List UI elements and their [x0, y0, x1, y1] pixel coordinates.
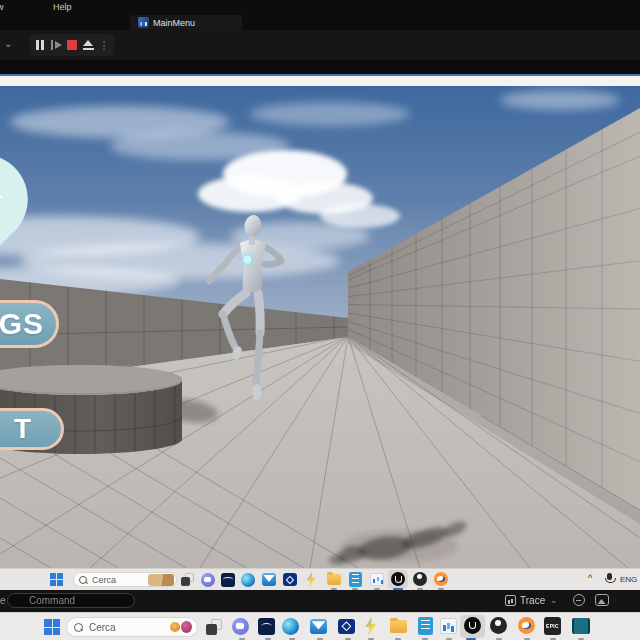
disney-plus-icon[interactable] [258, 618, 275, 635]
mail-icon[interactable] [310, 619, 327, 634]
trace-icon [505, 595, 516, 606]
editor-menubar: w Help [0, 0, 640, 14]
revision-control-icon[interactable] [573, 594, 585, 606]
search-icon [74, 623, 83, 632]
kebab-icon: ⋮ [99, 40, 110, 51]
tab-mainmenu[interactable]: MainMenu [130, 15, 242, 30]
unreal-engine-icon[interactable] [464, 617, 481, 634]
inner-taskbar: ^ ENG [0, 568, 640, 590]
lightning-icon[interactable] [304, 572, 318, 587]
chevron-down-icon[interactable]: ⌄ [4, 39, 12, 49]
edge-icon[interactable] [282, 618, 299, 635]
running-indicator [317, 638, 323, 640]
blender-icon[interactable] [434, 572, 448, 586]
game-viewport[interactable]: A [0, 86, 640, 568]
running-indicator [239, 638, 245, 640]
running-indicator [446, 638, 452, 640]
mail-icon[interactable] [262, 573, 276, 586]
running-indicator [422, 638, 428, 640]
task-manager-icon[interactable] [370, 573, 384, 586]
start-button[interactable] [50, 573, 63, 586]
viewport-top-strip [0, 76, 640, 86]
chat-icon[interactable] [201, 573, 215, 587]
search-icon [79, 576, 87, 584]
derived-data-icon[interactable] [595, 594, 609, 606]
running-indicator [289, 638, 295, 640]
search-highlight-image[interactable] [148, 574, 174, 586]
pause-icon [36, 40, 44, 50]
frame-advance-button[interactable] [48, 34, 64, 56]
disney-plus-icon[interactable] [221, 573, 235, 587]
quit-button-label: T [14, 413, 31, 445]
start-button[interactable] [44, 619, 60, 635]
search-highlight-fruit-plum[interactable] [181, 621, 192, 633]
stop-icon [67, 40, 77, 50]
running-indicator [345, 638, 351, 640]
pause-button[interactable] [32, 34, 48, 56]
microphone-icon[interactable] [607, 573, 612, 580]
settings-button[interactable]: NGS [0, 300, 59, 348]
running-indicator [368, 638, 374, 640]
console-command-input[interactable] [7, 593, 135, 608]
task-view-icon[interactable] [181, 573, 194, 586]
pie-controls-group: ⋮ [30, 34, 114, 56]
stop-button[interactable] [64, 34, 80, 56]
eject-icon [83, 40, 94, 50]
running-indicator [265, 638, 271, 640]
search-highlight-fruit-orange[interactable] [170, 622, 180, 632]
dropbox-icon[interactable] [338, 619, 355, 634]
menu-item-window-fragment[interactable]: w [0, 2, 4, 12]
running-indicator [395, 638, 401, 640]
unreal-engine-icon[interactable] [391, 572, 405, 586]
running-indicator [578, 638, 584, 640]
task-manager-icon[interactable] [440, 618, 457, 634]
level-asset-icon [138, 17, 149, 28]
chat-icon[interactable] [232, 618, 249, 635]
running-indicator [550, 638, 556, 640]
settings-button-label: NGS [0, 307, 44, 341]
lightning-icon[interactable] [362, 617, 379, 635]
frame-advance-icon [51, 40, 61, 50]
outer-taskbar: EPIC [0, 612, 640, 640]
running-indicator [524, 638, 530, 640]
obs-icon[interactable] [413, 572, 427, 586]
screen: w Help MainMenu ⌄ ⋮ [0, 0, 640, 640]
quit-button[interactable]: T [0, 408, 64, 450]
tab-title: MainMenu [153, 18, 195, 28]
toolbar-lower-strip [0, 60, 640, 74]
running-indicator [496, 638, 502, 640]
statusbar-label-fragment: e [0, 595, 6, 606]
editor-statusbar: e Trace ⌄ [0, 590, 640, 612]
more-options-button[interactable]: ⋮ [96, 34, 112, 56]
file-explorer-icon[interactable] [390, 620, 407, 633]
menu-item-help[interactable]: Help [53, 2, 72, 12]
editor-toolbar: ⌄ ⋮ [0, 30, 640, 60]
trace-chevron-down-icon[interactable]: ⌄ [550, 595, 558, 605]
tray-chevron-up-icon[interactable]: ^ [588, 573, 592, 583]
edge-icon[interactable] [241, 573, 255, 587]
task-view-icon[interactable] [206, 619, 222, 635]
file-explorer-icon[interactable] [327, 574, 341, 585]
running-indicator-active [466, 638, 476, 640]
notepad-icon[interactable] [418, 617, 433, 635]
eject-button[interactable] [80, 34, 96, 56]
blender-icon[interactable] [518, 617, 535, 634]
language-indicator[interactable]: ENG [620, 575, 637, 584]
dropbox-icon[interactable] [283, 573, 297, 586]
trace-label[interactable]: Trace [520, 595, 545, 606]
teal-app-icon[interactable] [572, 618, 590, 634]
notepad-icon[interactable] [349, 572, 362, 587]
epic-games-icon[interactable]: EPIC [544, 617, 561, 635]
editor-tabbar: MainMenu [0, 14, 640, 30]
obs-icon[interactable] [490, 617, 507, 634]
